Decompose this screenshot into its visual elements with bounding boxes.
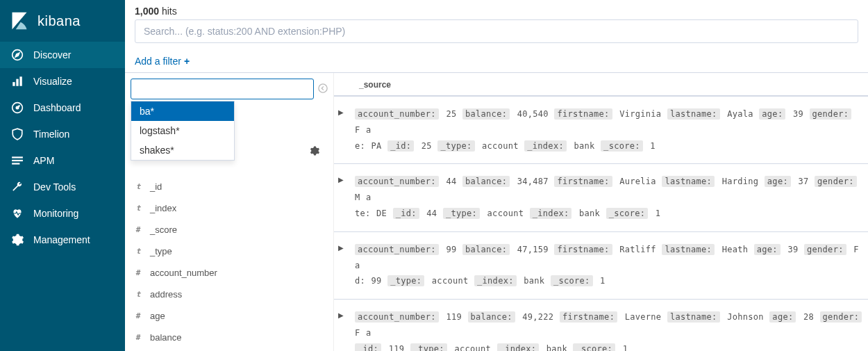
hits-bar: 1,000 hits — [125, 0, 868, 19]
nav-label: Discover — [33, 49, 71, 60]
field-name: address — [150, 289, 182, 300]
speedometer-icon — [11, 101, 24, 114]
sidebar: kibana DiscoverVisualizeDashboardTimelio… — [0, 0, 125, 351]
document-row: ▶account_number: 99 balance: 47,159 firs… — [334, 232, 868, 300]
nav-label: Visualize — [33, 76, 72, 87]
nav-item-management[interactable]: Management — [0, 227, 125, 253]
add-filter-label: Add a filter — [135, 56, 181, 67]
field-item[interactable]: _id — [131, 176, 328, 197]
wrench-icon — [11, 181, 24, 193]
field-item[interactable]: account_number — [131, 262, 328, 284]
chart-icon — [11, 75, 24, 88]
nav-label: Timelion — [33, 129, 69, 140]
fields-panel: ba*logstash*shakes* _id_index_score_type… — [125, 73, 333, 351]
index-pattern-option[interactable]: shakes* — [131, 140, 234, 160]
field-type-icon — [133, 311, 143, 320]
field-item[interactable]: balance — [131, 327, 328, 348]
doc-source: account_number: 25 balance: 40,540 first… — [355, 106, 864, 154]
heart-icon — [11, 207, 24, 220]
expand-caret-icon[interactable]: ▶ — [338, 244, 348, 289]
doc-source: account_number: 99 balance: 47,159 first… — [355, 242, 864, 289]
nav-label: Management — [33, 234, 90, 245]
gear-icon[interactable] — [310, 146, 319, 158]
collapse-left-icon[interactable] — [318, 83, 328, 95]
kibana-logo-icon — [10, 11, 29, 31]
field-list: _id_index_score_typeaccount_numberaddres… — [131, 176, 328, 348]
field-item[interactable]: age — [131, 305, 328, 327]
source-column-header: _source — [359, 80, 391, 90]
search-bar — [125, 19, 868, 50]
gear-icon — [11, 234, 24, 246]
nav-item-apm[interactable]: APM — [0, 147, 125, 174]
nav-label: Dev Tools — [33, 181, 76, 193]
field-item[interactable]: _score — [131, 219, 328, 240]
field-name: balance — [150, 332, 182, 343]
field-item[interactable]: _index — [131, 197, 328, 219]
field-name: _id — [150, 181, 162, 192]
document-row: ▶account_number: 44 balance: 34,487 firs… — [334, 164, 868, 231]
expand-caret-icon[interactable]: ▶ — [338, 176, 348, 221]
add-filter-button[interactable]: Add a filter + — [135, 56, 190, 67]
svg-rect-7 — [12, 160, 23, 161]
field-name: _score — [150, 225, 177, 235]
document-row: ▶account_number: 25 balance: 40,540 firs… — [334, 97, 868, 164]
expand-caret-icon[interactable]: ▶ — [338, 108, 348, 154]
svg-rect-1 — [12, 82, 15, 86]
svg-rect-8 — [12, 163, 19, 164]
filter-bar: Add a filter + — [125, 50, 868, 73]
index-pattern-input[interactable] — [131, 79, 314, 99]
documents-header: _source — [334, 73, 868, 97]
kibana-logo[interactable]: kibana — [0, 0, 125, 42]
hits-count: 1,000 — [135, 6, 159, 17]
doc-source: account_number: 119 balance: 49,222 firs… — [355, 309, 864, 351]
nav-label: APM — [33, 155, 54, 166]
nav-item-monitoring[interactable]: Monitoring — [0, 200, 125, 227]
field-type-icon — [133, 182, 143, 191]
plus-icon: + — [184, 56, 190, 67]
field-type-icon — [133, 247, 143, 256]
menu-icon — [11, 154, 24, 167]
field-name: _index — [150, 203, 176, 213]
hits-label: hits — [162, 6, 177, 17]
svg-point-5 — [16, 106, 18, 108]
field-type-icon — [133, 333, 143, 342]
index-pattern-dropdown: ba*logstash*shakes* — [131, 101, 235, 161]
app-name: kibana — [37, 13, 81, 29]
expand-caret-icon[interactable]: ▶ — [338, 311, 348, 351]
nav-item-dev-tools[interactable]: Dev Tools — [0, 174, 125, 200]
field-item[interactable]: _type — [131, 240, 328, 262]
compass-icon — [11, 49, 24, 61]
svg-rect-2 — [16, 79, 18, 86]
index-pattern-option[interactable]: ba* — [131, 101, 234, 121]
field-type-icon — [133, 268, 143, 277]
nav-label: Dashboard — [33, 102, 81, 113]
search-input[interactable] — [135, 19, 858, 43]
documents-panel: _source ▶account_number: 25 balance: 40,… — [333, 73, 868, 351]
nav-item-visualize[interactable]: Visualize — [0, 68, 125, 95]
main-panel: 1,000 hits Add a filter + ba*logstash*sh… — [125, 0, 868, 351]
svg-point-9 — [319, 83, 327, 92]
shield-icon — [11, 128, 24, 140]
field-type-icon — [133, 225, 143, 234]
doc-source: account_number: 44 balance: 34,487 first… — [355, 174, 864, 221]
field-type-icon — [133, 204, 143, 213]
field-type-icon — [133, 290, 143, 299]
field-name: account_number — [150, 268, 217, 278]
field-item[interactable]: address — [131, 284, 328, 305]
svg-rect-3 — [19, 76, 22, 86]
document-row: ▶account_number: 119 balance: 49,222 fir… — [334, 300, 868, 351]
nav-item-dashboard[interactable]: Dashboard — [0, 95, 125, 121]
nav-item-discover[interactable]: Discover — [0, 42, 125, 68]
nav-item-timelion[interactable]: Timelion — [0, 121, 125, 147]
index-pattern-option[interactable]: logstash* — [131, 121, 234, 140]
field-name: _type — [150, 246, 172, 256]
svg-rect-6 — [12, 156, 23, 158]
field-name: age — [150, 311, 165, 321]
nav-label: Monitoring — [33, 208, 78, 219]
